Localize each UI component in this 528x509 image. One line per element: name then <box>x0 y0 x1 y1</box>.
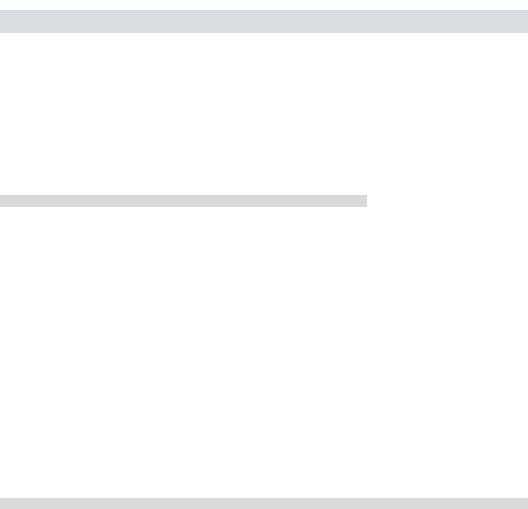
placeholder-bar-bottom <box>0 498 528 509</box>
placeholder-bar-top <box>0 10 528 33</box>
placeholder-bar-mid <box>0 195 367 207</box>
